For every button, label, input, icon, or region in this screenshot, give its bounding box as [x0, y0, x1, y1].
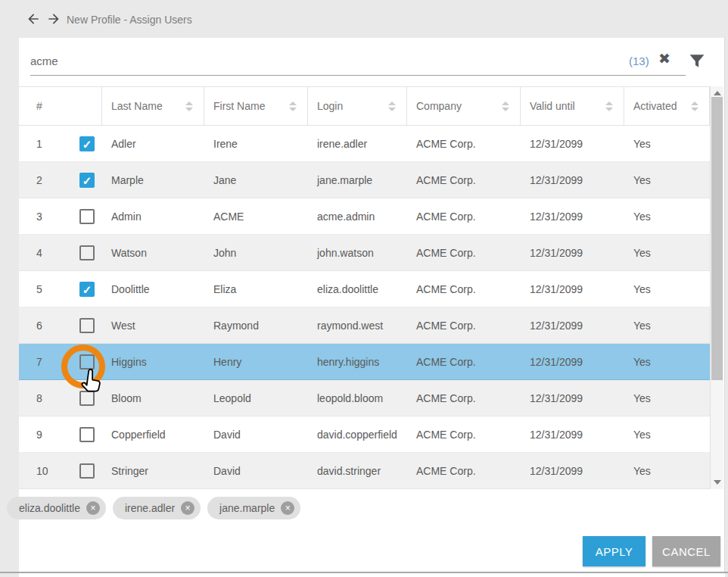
column-label: Login: [317, 100, 343, 112]
row-number-cell: 3: [19, 198, 102, 234]
table-row[interactable]: 7HigginsHenryhenry.higginsACME Corp.12/3…: [19, 344, 710, 380]
sort-arrows-icon[interactable]: [388, 101, 396, 111]
cell-login: leopold.bloom: [308, 380, 407, 416]
back-arrow-icon[interactable]: [26, 11, 41, 27]
row-checkbox[interactable]: [79, 391, 95, 406]
sort-arrows-icon[interactable]: [691, 101, 698, 111]
sort-arrows-icon[interactable]: [289, 101, 297, 111]
row-checkbox[interactable]: [79, 209, 95, 224]
row-checkbox[interactable]: [79, 245, 95, 260]
main-panel: (13) ✖ #Last NameFirst NameLoginCompanyV…: [19, 38, 725, 572]
cell-company: ACME Corp.: [407, 307, 521, 343]
column-header-num: #: [19, 87, 102, 125]
scrollbar-up-icon[interactable]: [714, 91, 721, 95]
cell-validuntil: 12/31/2099: [521, 162, 624, 198]
chips-row: eliza.doolittle×irene.adler×jane.marple×: [7, 497, 300, 519]
row-checkbox[interactable]: [79, 354, 95, 370]
chip-label: jane.marple: [219, 502, 275, 514]
sort-arrows-icon[interactable]: [185, 101, 193, 111]
cell-company: ACME Corp.: [407, 126, 521, 161]
cell-company: ACME Corp.: [407, 162, 521, 198]
row-number: 5: [36, 283, 42, 295]
row-checkbox[interactable]: ✓: [79, 282, 95, 297]
column-header-firstname[interactable]: First Name: [204, 87, 308, 125]
chip-remove-icon[interactable]: ×: [181, 501, 194, 515]
column-header-lastname[interactable]: Last Name: [102, 87, 204, 125]
clear-search-icon[interactable]: ✖: [658, 51, 670, 66]
row-number: 1: [36, 138, 42, 150]
table-row[interactable]: 4WatsonJohnjohn.watsonACME Corp.12/31/20…: [19, 235, 710, 271]
table-row[interactable]: 3AdminACMEacme.adminACME Corp.12/31/2099…: [19, 198, 710, 235]
cell-validuntil: 12/31/2099: [521, 126, 624, 161]
cell-lastname: Copperfield: [102, 416, 204, 452]
cell-lastname: Admin: [102, 198, 204, 234]
cell-activated: Yes: [624, 271, 710, 307]
chip-remove-icon[interactable]: ×: [86, 501, 100, 515]
apply-button[interactable]: APPLY: [583, 536, 646, 566]
cell-lastname: Watson: [102, 235, 204, 270]
cell-firstname: Eliza: [204, 271, 308, 307]
cell-firstname: ACME: [204, 198, 308, 234]
cell-activated: Yes: [624, 198, 710, 234]
column-header-activated[interactable]: Activated: [624, 87, 710, 125]
row-number-cell: 5✓: [19, 271, 102, 307]
cell-company: ACME Corp.: [407, 235, 521, 270]
table-row[interactable]: 2✓MarpleJanejane.marpleACME Corp.12/31/2…: [19, 162, 710, 198]
table-row[interactable]: 1✓AdlerIreneirene.adlerACME Corp.12/31/2…: [19, 126, 710, 162]
row-number-cell: 4: [19, 235, 102, 270]
row-checkbox[interactable]: [79, 318, 95, 333]
cell-company: ACME Corp.: [407, 344, 521, 379]
cell-company: ACME Corp.: [407, 198, 521, 234]
table-row[interactable]: 9CopperfieldDaviddavid.copperfieldACME C…: [19, 416, 710, 453]
row-number-cell: 9: [19, 416, 102, 452]
cell-company: ACME Corp.: [407, 380, 521, 416]
row-checkbox[interactable]: ✓: [79, 136, 95, 151]
table-scrollbar[interactable]: [710, 86, 723, 489]
cell-firstname: David: [204, 416, 308, 452]
table-row[interactable]: 8BloomLeopoldleopold.bloomACME Corp.12/3…: [19, 380, 710, 416]
cell-firstname: Irene: [204, 126, 308, 161]
search-input[interactable]: [30, 47, 621, 74]
row-checkbox[interactable]: [79, 463, 95, 479]
filter-icon[interactable]: [689, 54, 705, 68]
scrollbar-thumb[interactable]: [711, 97, 723, 380]
users-table: #Last NameFirst NameLoginCompanyValid un…: [19, 86, 710, 489]
table-row[interactable]: 6WestRaymondraymond.westACME Corp.12/31/…: [19, 307, 710, 344]
table-row[interactable]: 5✓DoolittleElizaeliza.doolittleACME Corp…: [19, 271, 710, 307]
column-header-company[interactable]: Company: [407, 87, 521, 125]
sort-arrows-icon[interactable]: [502, 101, 509, 111]
column-label: Activated: [633, 100, 677, 112]
row-checkbox[interactable]: ✓: [79, 173, 95, 188]
cell-lastname: Bloom: [102, 380, 204, 416]
cell-activated: Yes: [624, 307, 710, 343]
chip-label: eliza.doolittle: [19, 502, 80, 514]
cell-lastname: Doolittle: [102, 271, 204, 307]
cell-login: raymond.west: [308, 307, 407, 343]
chip-remove-icon[interactable]: ×: [281, 501, 294, 515]
cell-validuntil: 12/31/2099: [521, 416, 624, 452]
row-number: 8: [36, 392, 42, 404]
row-number-cell: 7: [19, 344, 102, 379]
column-header-validuntil[interactable]: Valid until: [521, 87, 624, 125]
row-number-cell: 8: [19, 380, 102, 416]
cell-lastname: Stringer: [102, 453, 204, 488]
cell-firstname: Henry: [204, 344, 308, 379]
cell-activated: Yes: [624, 162, 710, 198]
sort-arrows-icon[interactable]: [605, 101, 613, 111]
cell-lastname: Adler: [102, 126, 204, 161]
cell-company: ACME Corp.: [407, 453, 521, 488]
scrollbar-down-icon[interactable]: [714, 480, 721, 485]
cell-firstname: Leopold: [204, 380, 308, 416]
row-number-cell: 2✓: [19, 162, 102, 198]
table-row[interactable]: 10StringerDaviddavid.stringerACME Corp.1…: [19, 453, 710, 489]
cell-login: acme.admin: [308, 198, 407, 234]
result-count: (13): [629, 55, 649, 67]
cancel-button[interactable]: CANCEL: [652, 536, 720, 566]
selected-user-chip: irene.adler×: [113, 497, 201, 519]
cell-validuntil: 12/31/2099: [521, 380, 624, 416]
row-number: 7: [36, 356, 42, 368]
row-checkbox[interactable]: [79, 427, 95, 442]
cell-company: ACME Corp.: [407, 416, 521, 452]
forward-arrow-icon[interactable]: [46, 11, 61, 27]
column-header-login[interactable]: Login: [308, 87, 407, 125]
